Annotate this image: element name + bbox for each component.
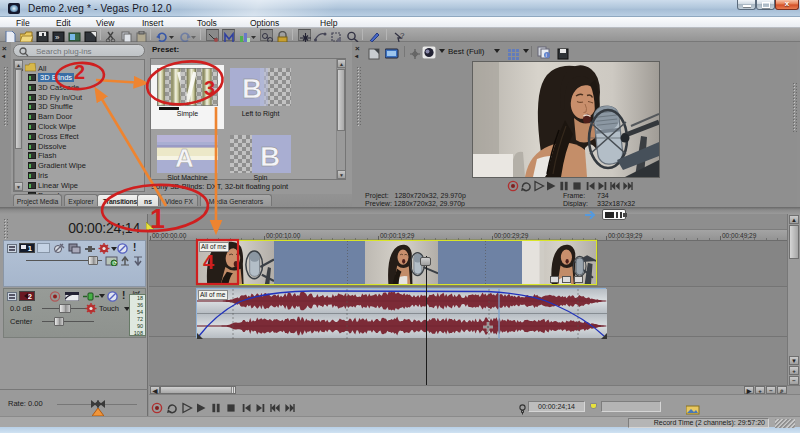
svg-text:i: i — [546, 52, 547, 58]
svg-text:B: B — [260, 141, 280, 172]
svg-text:B: B — [242, 73, 262, 104]
svg-text:⟳: ⟳ — [112, 260, 117, 266]
svg-text:»: » — [55, 33, 60, 42]
svg-text:?: ? — [400, 31, 405, 40]
